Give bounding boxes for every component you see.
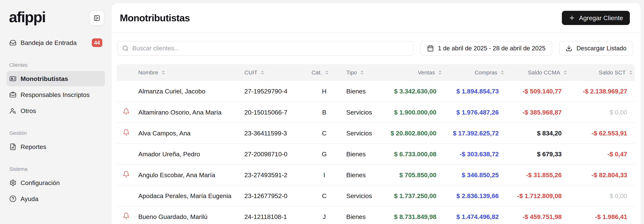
sidebar-item-ayuda[interactable]: Ayuda [7,191,105,207]
client-name: Bueno Guardado, Marilú [138,206,244,224]
sort-icon [563,70,568,75]
download-list-label: Descargar Listado [576,45,626,52]
sidebar-collapse-button[interactable] [90,11,104,25]
col-saldo-ccma[interactable]: Saldo CCMA [506,64,569,81]
file-chart-icon [9,143,16,150]
client-type: Servicios [346,185,382,206]
client-category: I [312,165,346,185]
calendar-icon [427,45,434,52]
sort-icon [161,70,166,75]
client-type: Bienes [346,81,382,102]
cell-sct: -$ 82.804,33 [569,165,635,185]
col-nombre[interactable]: Nombre [138,64,244,81]
client-name: Amador Ureña, Pedro [138,144,244,165]
sidebar-item-configuracion[interactable]: Configuración [7,175,105,191]
table-row[interactable]: Apodaca Perales, María Eugenia 23-126779… [117,185,635,206]
table-header-row: Nombre CUIT Cat. Tipo Ventas Compras Sal… [117,64,635,81]
inbox-count-badge: 44 [92,38,102,47]
sidebar-item-label: Reportes [20,143,46,151]
cell-compras: $ 17.392.625,72 [444,123,506,144]
table-row[interactable]: Altamirano Osorio, Ana María 20-15015066… [117,102,635,123]
cell-ccma: $ 679,33 [506,144,569,165]
alert-bell-icon [123,129,130,136]
user-search-icon [9,107,16,114]
col-saldo-sct[interactable]: Saldo SCT [569,64,635,81]
download-icon [566,45,572,52]
client-type: Bienes [346,206,382,224]
client-name: Altamirano Osorio, Ana María [138,102,244,123]
sort-icon [360,70,364,75]
col-categoria[interactable]: Cat. [312,64,346,81]
cell-sct: -$ 2.138.969,27 [569,81,635,102]
client-cuit: 23-27493591-2 [244,165,312,185]
sidebar-item-reportes[interactable]: Reportes [7,139,105,154]
cell-sct: $ 0,00 [569,185,635,206]
sort-icon [500,70,505,75]
table-row[interactable]: Angulo Escobar, Ana María 23-27493591-2 … [117,165,635,185]
cell-ventas: $ 1.900.000,00 [382,102,444,123]
col-ventas[interactable]: Ventas [382,64,444,81]
client-category: H [312,81,346,102]
col-compras[interactable]: Compras [444,64,506,81]
cell-compras: -$ 303.638,72 [444,144,506,165]
cell-ccma: -$ 459.751,98 [506,206,569,224]
client-category: G [312,144,346,165]
gear-icon [9,179,16,186]
cell-ccma: -$ 31.855,26 [506,165,569,185]
table-row[interactable]: Amador Ureña, Pedro 27-20098710-0 G Bien… [117,144,635,165]
client-category: C [312,123,346,144]
client-name: Almanza Curiel, Jacobo [138,81,244,102]
sort-icon [324,70,329,75]
sidebar-item-responsables-inscriptos[interactable]: Responsables Inscriptos [7,87,105,102]
content-card: Monotributistas Agregar Cliente 1 de abr… [112,3,641,224]
help-circle-icon [9,195,16,202]
cell-compras: $ 1.894.854,73 [444,81,506,102]
table-row[interactable]: Almanza Curiel, Jacobo 27-19529790-4 H B… [117,81,635,102]
table-body: Almanza Curiel, Jacobo 27-19529790-4 H B… [117,81,635,224]
table-row[interactable]: Bueno Guardado, Marilú 24-12118108-1 J B… [117,206,635,224]
sort-icon [628,70,633,75]
download-list-button[interactable]: Descargar Listado [559,41,633,56]
client-name: Angulo Escobar, Ana María [138,165,244,185]
id-card-icon [9,75,16,82]
table-row[interactable]: Alva Campos, Ana 23-36411599-3 C Servici… [117,123,635,144]
cell-ccma: -$ 1.712.809,08 [506,185,569,206]
sidebar: afippi Bandeja de Entrada 44 Clientes Mo… [0,0,112,224]
cell-compras: $ 1.474.496,82 [444,206,506,224]
inbox-icon [9,39,16,46]
sidebar-section-gestion: Gestión [7,130,105,136]
date-range-button[interactable]: 1 de abril de 2025 - 28 de abril de 2025 [420,41,552,56]
sidebar-item-label: Ayuda [20,195,38,203]
sidebar-item-monotributistas[interactable]: Monotributistas [7,71,105,86]
client-name: Apodaca Perales, María Eugenia [138,185,244,206]
cell-sct: -$ 0,47 [569,144,635,165]
client-cuit: 23-12677952-0 [244,185,312,206]
alert-bell-icon [123,171,130,178]
toolbar: 1 de abril de 2025 - 28 de abril de 2025… [112,41,641,56]
clients-table: Nombre CUIT Cat. Tipo Ventas Compras Sal… [117,64,634,224]
client-category: J [312,206,346,224]
client-type: Bienes [346,144,382,165]
sidebar-item-inbox[interactable]: Bandeja de Entrada 44 [7,35,105,50]
cell-ventas: $ 6.733.000,08 [382,144,444,165]
col-tipo[interactable]: Tipo [346,64,382,81]
sidebar-item-label: Responsables Inscriptos [20,91,90,98]
plus-icon [568,14,575,21]
cell-compras: $ 346.850,25 [444,165,506,185]
sidebar-section-sistema: Sistema [7,166,105,172]
col-cuit[interactable]: CUIT [244,64,312,81]
add-client-label: Agregar Cliente [579,14,623,22]
client-type: Servicios [346,123,382,144]
cell-sct: -$ 1.986,41 [569,206,635,224]
sort-icon [260,70,265,75]
add-client-button[interactable]: Agregar Cliente [562,11,630,25]
cell-ventas: $ 705.850,00 [382,165,444,185]
cell-ventas: $ 1.737.250,00 [382,185,444,206]
search-input[interactable] [132,45,408,52]
sidebar-item-otros[interactable]: Otros [7,103,105,118]
client-cuit: 27-19529790-4 [244,81,312,102]
client-cuit: 27-20098710-0 [244,144,312,165]
cell-sct: $ 0,00 [569,102,635,123]
cell-ventas: $ 20.802.800,00 [382,123,444,144]
client-type: Servicios [346,102,382,123]
